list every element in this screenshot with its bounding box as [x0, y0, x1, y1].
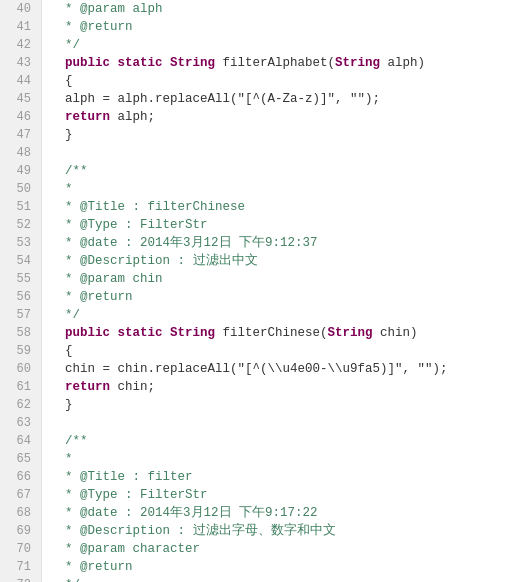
code-line: *: [50, 180, 510, 198]
token-comment: */: [50, 576, 80, 582]
line-number: 60: [6, 360, 35, 378]
line-number: 41: [6, 18, 35, 36]
token-plain: }: [50, 126, 73, 144]
token-comment: * @Description : 过滤出中文: [50, 252, 258, 270]
code-line: [50, 144, 510, 162]
token-plain: chin;: [110, 378, 155, 396]
code-line: {: [50, 72, 510, 90]
line-number: 56: [6, 288, 35, 306]
line-number: 46: [6, 108, 35, 126]
code-editor: 4041424344454647484950515253545556575859…: [0, 0, 510, 582]
code-line: public static String filterAlphabet(Stri…: [50, 54, 510, 72]
line-number: 52: [6, 216, 35, 234]
line-number: 62: [6, 396, 35, 414]
code-line: * @Title : filter: [50, 468, 510, 486]
line-number: 54: [6, 252, 35, 270]
line-number: 51: [6, 198, 35, 216]
token-plain: chin): [373, 324, 418, 342]
code-line: return alph;: [50, 108, 510, 126]
token-comment: * @Type : FilterStr: [50, 486, 208, 504]
code-line: * @return: [50, 288, 510, 306]
line-number: 72: [6, 576, 35, 582]
line-number: 44: [6, 72, 35, 90]
line-number: 65: [6, 450, 35, 468]
token-plain: alph): [380, 54, 425, 72]
token-comment: /**: [50, 162, 88, 180]
token-kw: return: [50, 108, 110, 126]
code-line: * @param character: [50, 540, 510, 558]
line-number: 67: [6, 486, 35, 504]
token-comment: * @Description : 过滤出字母、数字和中文: [50, 522, 336, 540]
line-number: 53: [6, 234, 35, 252]
token-comment: * @param alph: [50, 0, 163, 18]
token-plain: {: [50, 342, 73, 360]
code-line: * @Title : filterChinese: [50, 198, 510, 216]
code-line: *: [50, 450, 510, 468]
line-number: 42: [6, 36, 35, 54]
token-comment: * @param chin: [50, 270, 163, 288]
token-comment: *: [50, 180, 73, 198]
token-comment: /**: [50, 432, 88, 450]
token-plain: {: [50, 72, 73, 90]
token-type: String: [170, 54, 215, 72]
token-comment: * @return: [50, 288, 133, 306]
token-plain: }: [50, 396, 73, 414]
line-number: 57: [6, 306, 35, 324]
code-line: }: [50, 396, 510, 414]
token-comment: * @Type : FilterStr: [50, 216, 208, 234]
code-line: public static String filterChinese(Strin…: [50, 324, 510, 342]
token-kw: public static: [50, 54, 170, 72]
line-number: 43: [6, 54, 35, 72]
code-line: * @return: [50, 18, 510, 36]
token-comment: */: [50, 306, 80, 324]
line-numbers: 4041424344454647484950515253545556575859…: [0, 0, 42, 582]
token-plain: filterAlphabet(: [215, 54, 335, 72]
line-number: 63: [6, 414, 35, 432]
line-number: 55: [6, 270, 35, 288]
code-line: */: [50, 576, 510, 582]
code-line: }: [50, 126, 510, 144]
code-content[interactable]: * @param alph * @return */ public static…: [42, 0, 510, 582]
line-number: 64: [6, 432, 35, 450]
code-line: * @Type : FilterStr: [50, 216, 510, 234]
code-line: * @date : 2014年3月12日 下午9:17:22: [50, 504, 510, 522]
line-number: 50: [6, 180, 35, 198]
code-line: * @return: [50, 558, 510, 576]
token-comment: * @return: [50, 18, 133, 36]
code-line: * @Description : 过滤出字母、数字和中文: [50, 522, 510, 540]
line-number: 71: [6, 558, 35, 576]
line-number: 48: [6, 144, 35, 162]
line-number: 47: [6, 126, 35, 144]
token-comment: * @date : 2014年3月12日 下午9:12:37: [50, 234, 318, 252]
token-comment: * @Title : filter: [50, 468, 193, 486]
token-plain: filterChinese(: [215, 324, 328, 342]
token-comment: * @Title : filterChinese: [50, 198, 245, 216]
token-comment: *: [50, 450, 73, 468]
token-type: String: [328, 324, 373, 342]
line-number: 58: [6, 324, 35, 342]
token-kw: public static: [50, 324, 170, 342]
line-number: 68: [6, 504, 35, 522]
line-number: 49: [6, 162, 35, 180]
line-number: 59: [6, 342, 35, 360]
code-line: * @Type : FilterStr: [50, 486, 510, 504]
code-line: */: [50, 306, 510, 324]
code-line: * @param chin: [50, 270, 510, 288]
token-type: String: [170, 324, 215, 342]
line-number: 69: [6, 522, 35, 540]
token-kw: return: [50, 378, 110, 396]
code-line: /**: [50, 162, 510, 180]
token-comment: * @date : 2014年3月12日 下午9:17:22: [50, 504, 318, 522]
code-line: alph = alph.replaceAll("[^(A-Za-z)]", ""…: [50, 90, 510, 108]
token-plain: chin = chin.replaceAll("[^(\\u4e00-\\u9f…: [50, 360, 448, 378]
code-line: [50, 414, 510, 432]
token-comment: * @return: [50, 558, 133, 576]
token-type: String: [335, 54, 380, 72]
token-comment: * @param character: [50, 540, 200, 558]
code-line: * @param alph: [50, 0, 510, 18]
code-line: /**: [50, 432, 510, 450]
code-line: * @Description : 过滤出中文: [50, 252, 510, 270]
token-plain: alph = alph.replaceAll("[^(A-Za-z)]", ""…: [50, 90, 380, 108]
code-line: chin = chin.replaceAll("[^(\\u4e00-\\u9f…: [50, 360, 510, 378]
line-number: 66: [6, 468, 35, 486]
